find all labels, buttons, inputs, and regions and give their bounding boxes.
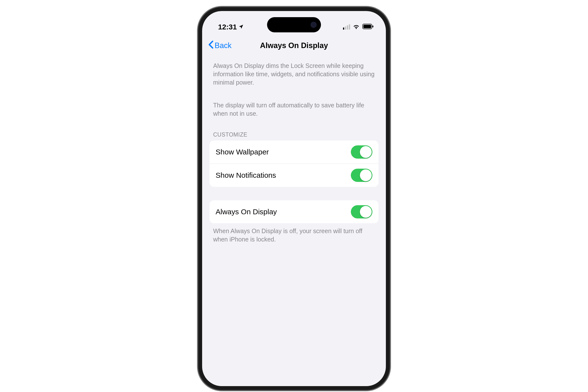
description-para-1: Always On Display dims the Lock Screen w… bbox=[210, 54, 378, 86]
content: Always On Display dims the Lock Screen w… bbox=[202, 54, 386, 244]
description-para-2: The display will turn off automatically … bbox=[210, 94, 378, 118]
settings-group-customize: Show Wallpaper Show Notifications bbox=[210, 140, 378, 187]
svg-rect-2 bbox=[372, 26, 373, 28]
footer-text: When Always On Display is off, your scre… bbox=[210, 223, 378, 244]
back-button[interactable]: Back bbox=[208, 40, 232, 51]
svg-rect-1 bbox=[363, 25, 371, 28]
status-right bbox=[343, 24, 374, 30]
row-show-notifications: Show Notifications bbox=[210, 164, 378, 187]
settings-group-main: Always On Display bbox=[210, 200, 378, 223]
cellular-signal-icon bbox=[343, 24, 350, 30]
row-label: Always On Display bbox=[216, 208, 277, 216]
toggle-show-notifications[interactable] bbox=[351, 169, 372, 182]
toggle-show-wallpaper[interactable] bbox=[351, 146, 372, 158]
chevron-left-icon bbox=[208, 40, 214, 51]
toggle-knob bbox=[360, 206, 372, 218]
page-title: Always On Display bbox=[260, 41, 328, 50]
row-label: Show Wallpaper bbox=[216, 148, 269, 156]
nav-bar: Back Always On Display bbox=[202, 36, 386, 54]
section-header-customize: CUSTOMIZE bbox=[210, 118, 378, 140]
toggle-knob bbox=[360, 170, 372, 181]
row-show-wallpaper: Show Wallpaper bbox=[210, 140, 378, 164]
dynamic-island bbox=[267, 17, 321, 32]
screen: 12:31 bbox=[202, 11, 386, 386]
status-left: 12:31 bbox=[218, 23, 244, 31]
battery-icon bbox=[362, 24, 374, 30]
wifi-icon bbox=[352, 24, 360, 30]
back-label: Back bbox=[215, 41, 232, 50]
phone-frame: 12:31 bbox=[198, 7, 390, 390]
location-arrow-icon bbox=[238, 23, 244, 31]
status-time: 12:31 bbox=[218, 23, 237, 31]
toggle-always-on-display[interactable] bbox=[351, 205, 372, 218]
camera-dot bbox=[311, 22, 316, 28]
row-label: Show Notifications bbox=[216, 171, 276, 180]
row-always-on-display: Always On Display bbox=[210, 200, 378, 223]
toggle-knob bbox=[360, 146, 372, 158]
